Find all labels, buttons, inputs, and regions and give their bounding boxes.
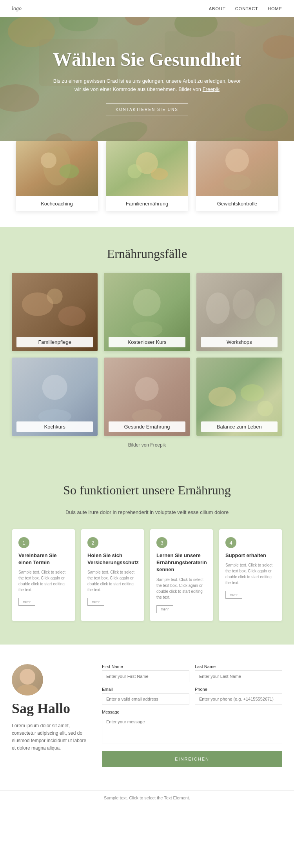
hero-title: Wählen Sie Gesundheit — [53, 49, 241, 70]
grid-card-label-2: Workshops — [201, 337, 278, 347]
step-num-1: 2 — [87, 537, 98, 548]
service-card-label-1: Familienernährung — [106, 196, 188, 211]
cards-row: Kochcoaching Familienernährung — [12, 141, 282, 211]
email-label: Email — [102, 687, 189, 692]
hero-subtitle: Bis zu einem gewissen Grad ist es uns ge… — [53, 77, 241, 94]
step-text-3: Sample text. Click to select the text bo… — [225, 562, 276, 586]
form-group-firstname: First Name — [102, 664, 189, 682]
last-name-label: Last Name — [195, 664, 282, 669]
svg-point-44 — [240, 384, 264, 401]
step-text-2: Sample text. Click to select the text bo… — [156, 577, 207, 600]
contact-left: Sag Hallo Lorem ipsum dolor sit amet, co… — [12, 664, 90, 767]
svg-point-28 — [47, 289, 63, 304]
service-card-image-0 — [16, 141, 98, 196]
step-btn-0[interactable]: mehr — [18, 598, 35, 606]
nav-links: ABOUT CONTACT HOME — [209, 6, 282, 11]
message-label: Message — [102, 710, 282, 714]
step-card-1: 2 Holen Sie sich Versicherungsschutz Sam… — [81, 529, 144, 621]
navbar: logo ABOUT CONTACT HOME — [0, 0, 294, 17]
svg-point-20 — [128, 164, 142, 178]
phone-label: Phone — [195, 687, 282, 692]
service-card-1: Familienernährung — [106, 141, 188, 211]
svg-point-33 — [206, 292, 229, 324]
grid-card-1: Kostenloser Kurs — [104, 273, 190, 351]
nav-home[interactable]: HOME — [268, 6, 282, 11]
svg-point-37 — [42, 375, 67, 400]
nutrition-credit: Bilder von Freepik — [12, 442, 282, 448]
nutrition-section: Ernährungsfälle Familienpflege — [0, 227, 294, 463]
freepik-link[interactable]: Freepik — [203, 86, 220, 92]
grid-card-label-3: Kochkurs — [16, 421, 93, 432]
form-group-phone: Phone — [195, 687, 282, 705]
steps-row: 1 Vereinbaren Sie einen Termin Sample te… — [12, 529, 282, 621]
step-title-2: Lernen Sie unsere Ernährungsberaterin ke… — [156, 552, 207, 574]
svg-point-45 — [257, 401, 273, 416]
step-btn-1[interactable]: mehr — [87, 598, 104, 606]
svg-point-46 — [20, 669, 35, 685]
grid-card-2: Workshops — [196, 273, 282, 351]
contact-form: First Name Last Name Email Phone Message… — [102, 664, 282, 767]
service-card-image-2 — [196, 141, 278, 196]
grid-card-label-5: Balance zum Leben — [201, 421, 278, 432]
form-group-email: Email — [102, 687, 189, 705]
step-btn-3[interactable]: mehr — [225, 591, 242, 599]
card-image-svg-1 — [106, 141, 188, 196]
grid-card-label-4: Gesunde Ernährung — [109, 421, 185, 432]
hero-section: Wählen Sie Gesundheit Bis zu einem gewis… — [0, 0, 294, 165]
hero-content: Wählen Sie Gesundheit Bis zu einem gewis… — [29, 49, 265, 116]
how-title: So funktioniert unsere Ernährung — [12, 483, 282, 498]
svg-point-35 — [255, 298, 275, 326]
grid-card-4: Gesunde Ernährung — [104, 358, 190, 436]
form-row-contact: Email Phone — [102, 687, 282, 705]
contact-text: Lorem ipsum dolor sit amet, consectetur … — [12, 722, 90, 752]
svg-point-47 — [16, 685, 38, 695]
how-section: So funktioniert unsere Ernährung Duis au… — [0, 463, 294, 645]
svg-point-24 — [223, 174, 251, 190]
nutrition-grid: Familienpflege Kostenloser Kurs — [12, 273, 282, 436]
service-card-0: Kochcoaching — [16, 141, 98, 211]
service-cards-section: Kochcoaching Familienernährung — [0, 141, 294, 227]
grid-card-label-1: Kostenloser Kurs — [109, 337, 185, 347]
grid-card-5: Balance zum Leben — [196, 358, 282, 436]
avatar-svg — [12, 664, 43, 695]
last-name-input[interactable] — [195, 670, 282, 682]
footer-note-text: Sample text. Click to select the Text El… — [104, 795, 190, 800]
step-title-0: Vereinbaren Sie einen Termin — [18, 552, 69, 566]
form-group-message: Message — [102, 710, 282, 751]
grid-card-3: Kochkurs — [12, 358, 98, 436]
svg-point-30 — [133, 289, 161, 316]
nav-contact[interactable]: CONTACT — [235, 6, 258, 11]
message-textarea[interactable] — [102, 716, 282, 743]
grid-card-0: Familienpflege — [12, 273, 98, 351]
hero-cta-button[interactable]: KONTAKTIEREN SIE UNS — [106, 103, 188, 116]
step-title-3: Support erhalten — [225, 552, 276, 559]
step-card-2: 3 Lernen Sie unsere Ernährungsberaterin … — [150, 529, 213, 621]
step-btn-2[interactable]: mehr — [156, 605, 173, 613]
submit-button[interactable]: EINREICHEN — [102, 751, 282, 767]
svg-point-23 — [225, 149, 249, 172]
step-num-0: 1 — [18, 537, 29, 548]
svg-point-16 — [41, 153, 56, 168]
how-subtitle: Duis aute irure dolor in reprehenderit i… — [12, 509, 282, 515]
step-card-0: 1 Vereinbaren Sie einen Termin Sample te… — [12, 529, 75, 621]
service-card-2: Gewichtskontrolle — [196, 141, 278, 211]
step-text-0: Sample text. Click to select the text bo… — [18, 569, 69, 593]
nav-about[interactable]: ABOUT — [209, 6, 226, 11]
contact-avatar — [12, 664, 43, 695]
step-text-1: Sample text. Click to select the text bo… — [87, 569, 138, 593]
nutrition-title: Ernährungsfälle — [12, 247, 282, 261]
svg-point-27 — [58, 306, 86, 326]
phone-input[interactable] — [195, 693, 282, 705]
email-input[interactable] — [102, 693, 189, 705]
credit-text: Bilder von Freepik — [128, 442, 166, 448]
service-card-image-1 — [106, 141, 188, 196]
first-name-input[interactable] — [102, 670, 189, 682]
step-num-3: 4 — [225, 537, 236, 548]
contact-section: Sag Hallo Lorem ipsum dolor sit amet, co… — [0, 645, 294, 790]
step-card-3: 4 Support erhalten Sample text. Click to… — [219, 529, 282, 621]
svg-point-21 — [151, 168, 168, 180]
form-group-lastname: Last Name — [195, 664, 282, 682]
contact-heading: Sag Hallo — [12, 700, 90, 717]
form-row-name: First Name Last Name — [102, 664, 282, 682]
service-card-label-2: Gewichtskontrolle — [196, 196, 278, 211]
